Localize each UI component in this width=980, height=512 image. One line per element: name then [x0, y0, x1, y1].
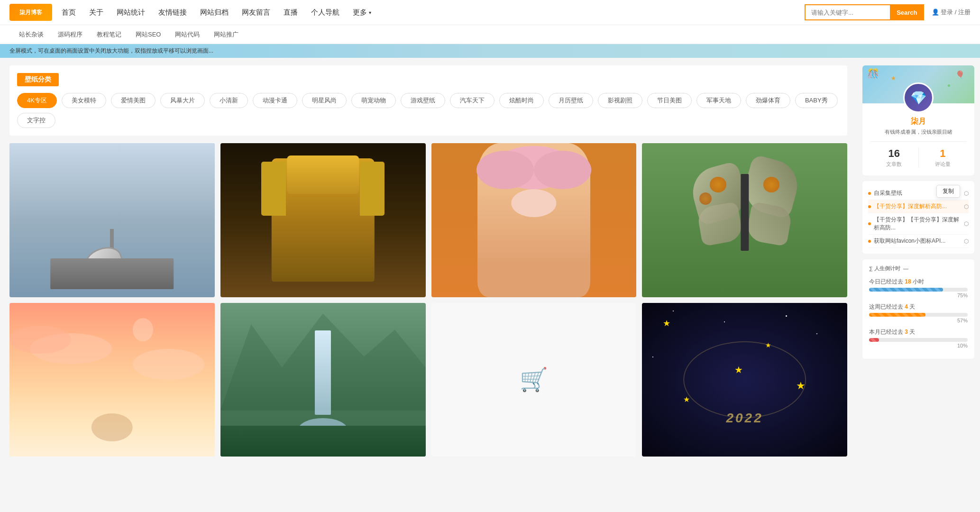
confetti-icon: 🎊 — [867, 68, 879, 79]
subnav-sourcecode[interactable]: 源码程序 — [58, 30, 82, 39]
site-logo[interactable]: 柒月博客 — [9, 4, 52, 21]
link-item-favicon[interactable]: 获取网站favicon小图标API... ⬡ — [868, 235, 969, 248]
marquee-banner: 全屏模式，可在桌面的画面设置中关闭放大功能，双指捏放或平移可以浏览画面... — [0, 44, 980, 58]
search-area: Search — [805, 4, 924, 20]
progress-bar-month — [869, 338, 968, 342]
link-external-icon: ⬡ — [964, 190, 969, 197]
link-dot-icon — [868, 192, 871, 195]
link-dot-icon — [868, 205, 871, 208]
tag-celeb[interactable]: 明星风尚 — [302, 93, 347, 108]
tag-movie[interactable]: 风暴大片 — [160, 93, 205, 108]
image-card-stars[interactable]: ★ ★ ★ ★ ★ 2022 — [642, 303, 847, 457]
nav-home[interactable]: 首页 — [62, 8, 76, 17]
progress-bar-day — [869, 288, 968, 292]
countdown-label-month: 本月已经过去 3 天 — [869, 328, 968, 336]
link-external4-icon: ⬡ — [964, 238, 969, 245]
image-card-robot[interactable] — [220, 143, 426, 297]
tag-tvshow[interactable]: 影视剧照 — [598, 93, 642, 108]
chevron-down-icon: ▾ — [369, 10, 371, 15]
sidebar: 🎊 🎈 ● ★ 💎 柒月 有钱终成眷属，没钱亲眼目睹 16 文章数 1 评论量 — [857, 58, 980, 464]
image-card-satellite[interactable] — [9, 143, 215, 297]
tag-car[interactable]: 汽车天下 — [450, 93, 495, 108]
sub-navigation: 站长杂谈 源码程序 教程笔记 网站SEO 网站代码 网站推广 — [0, 25, 980, 44]
main-menu: 首页 关于 网站统计 友情链接 网站归档 网友留言 直播 个人导航 更多 ▾ — [62, 8, 805, 17]
main-layout: 壁纸分类 4K专区 美女模特 爱情美图 风暴大片 小清新 动漫卡通 明星风尚 萌… — [0, 58, 980, 464]
tag-military[interactable]: 军事天地 — [696, 93, 741, 108]
tag-cool[interactable]: 炫酷时尚 — [499, 93, 544, 108]
link-external2-icon: ⬡ — [964, 203, 969, 210]
nav-live[interactable]: 直播 — [284, 8, 298, 17]
avatar: 💎 — [903, 82, 934, 113]
dot-decor: ● — [947, 82, 951, 89]
comments-count: 1 — [919, 147, 967, 160]
profile-card: 🎊 🎈 ● ★ 💎 柒月 有钱终成眷属，没钱亲眼目睹 16 文章数 1 评论量 — [862, 65, 974, 175]
countdown-label-week: 这周已经过去 4 天 — [869, 303, 968, 311]
star-small-icon: ★ — [891, 75, 896, 82]
login-register[interactable]: 👤 登录 / 注册 — [932, 8, 971, 17]
progress-pct-day: 75% — [869, 293, 968, 298]
user-icon: 👤 — [932, 9, 939, 16]
tag-anime[interactable]: 动漫卡通 — [253, 93, 297, 108]
star-decor-icon: 🎈 — [955, 70, 965, 79]
progress-bar-week — [869, 313, 968, 317]
tag-sports[interactable]: 劲爆体育 — [746, 93, 790, 108]
copy-tooltip: 复制 — [936, 185, 960, 198]
profile-stats: 16 文章数 1 评论量 — [870, 141, 967, 168]
comments-stat: 1 评论量 — [919, 147, 967, 168]
progress-pct-week: 57% — [869, 318, 968, 323]
tag-model[interactable]: 美女模特 — [62, 93, 106, 108]
nav-about[interactable]: 关于 — [89, 8, 103, 17]
countdown-item-month: 本月已经过去 3 天 10% — [869, 328, 968, 348]
links-card: 复制 自采集壁纸 ⬡ 【干货分享】深度解析高防... ⬡ 【干货分享】【干货分享… — [862, 181, 974, 254]
image-grid: 🛒 ★ ★ ★ ★ — [9, 143, 847, 457]
nav-friends[interactable]: 友情链接 — [158, 8, 187, 17]
tag-holiday[interactable]: 节日美图 — [647, 93, 692, 108]
image-card-sky[interactable] — [9, 303, 215, 457]
subnav-seo[interactable]: 网站SEO — [136, 30, 161, 39]
image-card-butterfly[interactable] — [642, 143, 847, 297]
link-dot-icon — [868, 240, 871, 243]
tag-4k[interactable]: 4K专区 — [17, 93, 57, 108]
search-input[interactable] — [805, 4, 890, 20]
category-title: 壁纸分类 — [17, 73, 59, 86]
empty-basket-icon: 🛒 — [520, 366, 548, 393]
link-item-article2[interactable]: 【干货分享】【干货分享】深度解析高防... ⬡ — [868, 213, 969, 235]
progress-fill-week — [869, 313, 925, 317]
profile-name: 柒月 — [870, 117, 967, 127]
profile-motto: 有钱终成眷属，没钱亲眼目睹 — [870, 128, 967, 136]
tag-text[interactable]: 文字控 — [17, 113, 55, 128]
progress-fill-month — [869, 338, 879, 342]
category-tags: 4K专区 美女模特 爱情美图 风暴大片 小清新 动漫卡通 明星风尚 萌宠动物 游… — [17, 93, 840, 128]
subnav-tutorial[interactable]: 教程笔记 — [97, 30, 121, 39]
image-card-empty[interactable]: 🛒 — [431, 303, 637, 457]
tag-calendar[interactable]: 月历壁纸 — [549, 93, 593, 108]
tag-pet[interactable]: 萌宠动物 — [351, 93, 396, 108]
nav-archive[interactable]: 网站归档 — [200, 8, 229, 17]
subnav-webmaster[interactable]: 站长杂谈 — [19, 30, 44, 39]
subnav-promo[interactable]: 网站推广 — [214, 30, 238, 39]
countdown-toggle[interactable]: — — [903, 266, 908, 272]
subnav-webcode[interactable]: 网站代码 — [175, 30, 200, 39]
left-content: 壁纸分类 4K专区 美女模特 爱情美图 风暴大片 小清新 动漫卡通 明星风尚 萌… — [0, 58, 857, 464]
image-card-waterfall[interactable] — [220, 303, 426, 457]
countdown-label-day: 今日已经过去 18 小时 — [869, 278, 968, 286]
tag-baby[interactable]: BABY秀 — [795, 93, 838, 108]
articles-stat: 16 文章数 — [870, 147, 919, 168]
articles-count: 16 — [870, 147, 918, 160]
search-button[interactable]: Search — [890, 4, 924, 20]
nav-more[interactable]: 更多 ▾ — [353, 8, 371, 17]
image-card-woman[interactable] — [431, 143, 637, 297]
category-section: 壁纸分类 4K专区 美女模特 爱情美图 风暴大片 小清新 动漫卡通 明星风尚 萌… — [9, 65, 847, 136]
link-item-article1[interactable]: 【干货分享】深度解析高防... ⬡ — [868, 200, 969, 213]
nav-guestbook[interactable]: 网友留言 — [242, 8, 270, 17]
tag-game[interactable]: 游戏壁纸 — [401, 93, 445, 108]
tag-love[interactable]: 爱情美图 — [111, 93, 156, 108]
nav-personal[interactable]: 个人导航 — [311, 8, 339, 17]
nav-stats[interactable]: 网站统计 — [117, 8, 145, 17]
comments-label: 评论量 — [919, 161, 967, 168]
progress-fill-day — [869, 288, 943, 292]
progress-pct-month: 10% — [869, 343, 968, 348]
link-external3-icon: ⬡ — [964, 220, 969, 227]
tag-fresh[interactable]: 小清新 — [210, 93, 248, 108]
link-dot-icon — [868, 222, 871, 225]
